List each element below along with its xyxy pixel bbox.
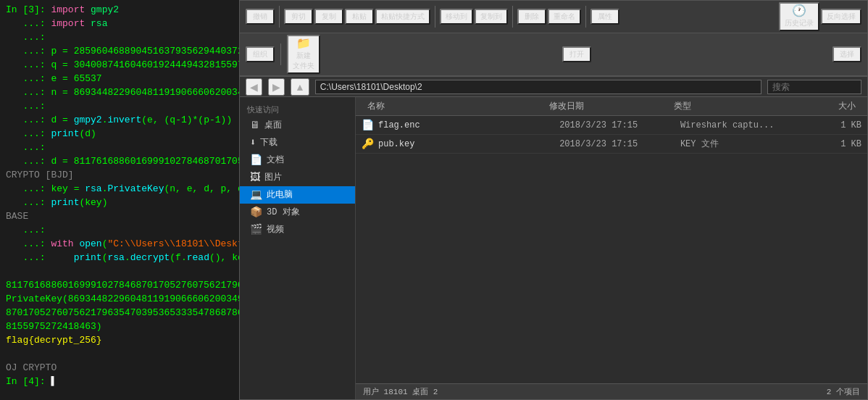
file-type-key: KEY 文件 <box>680 138 801 150</box>
file-size-key: 1 KB <box>801 139 861 149</box>
col-name[interactable]: 名称 <box>362 97 543 115</box>
col-type[interactable]: 类型 <box>668 97 793 115</box>
undo-button[interactable]: 撤销 <box>246 9 275 25</box>
cut-button[interactable]: 剪切 <box>284 9 313 25</box>
documents-icon: 📄 <box>250 154 262 167</box>
select-button[interactable]: 选择 <box>832 46 861 62</box>
file-name-enc: flag.enc <box>378 120 559 130</box>
search-input[interactable] <box>767 80 861 94</box>
quick-access-section: 快速访问 <box>240 100 355 117</box>
nav-downloads[interactable]: ⬇ 下载 <box>240 134 355 151</box>
sep2 <box>435 6 435 28</box>
col-date[interactable]: 修改日期 <box>543 97 669 115</box>
nav-pictures[interactable]: 🖼 图片 <box>240 169 355 186</box>
file-type-enc: Wireshark captu... <box>680 120 801 130</box>
nav-video[interactable]: 🎬 视频 <box>240 221 355 238</box>
back-button[interactable]: ◀ <box>246 78 262 96</box>
nav-desktop[interactable]: 🖥 桌面 <box>240 117 355 134</box>
fe-file-list: 📄 flag.enc 2018/3/23 17:15 Wireshark cap… <box>356 116 867 383</box>
copy-to-button[interactable]: 复制到 <box>475 9 508 25</box>
paste-shortcut-button[interactable]: 粘贴快捷方式 <box>375 9 430 25</box>
file-size-enc: 1 KB <box>801 120 861 130</box>
download-icon: ⬇ <box>250 136 256 149</box>
fe-toolbar: 撤销 剪切 复制 粘贴 粘贴快捷方式 移动到 复制到 删除 重命名 属性 🕐 历… <box>240 1 867 77</box>
properties-button[interactable]: 属性 <box>591 9 619 25</box>
pictures-icon: 🖼 <box>250 171 260 184</box>
fe-main: 快速访问 🖥 桌面 ⬇ 下载 📄 文档 🖼 图片 💻 此电脑 <box>240 97 867 399</box>
col-size[interactable]: 大小 <box>793 97 861 115</box>
copy-button[interactable]: 复制 <box>314 9 343 25</box>
address-bar: ◀ ▶ ▲ <box>240 77 867 97</box>
rename-button[interactable]: 重命名 <box>548 9 581 25</box>
file-explorer: 撤销 剪切 复制 粘贴 粘贴快捷方式 移动到 复制到 删除 重命名 属性 🕐 历… <box>239 0 868 400</box>
file-icon-enc: 📄 <box>362 119 374 131</box>
move-to-button[interactable]: 移动到 <box>440 9 473 25</box>
fe-col-headers: 名称 修改日期 类型 大小 <box>356 97 867 116</box>
fe-leftnav: 快速访问 🖥 桌面 ⬇ 下载 📄 文档 🖼 图片 💻 此电脑 <box>240 97 356 399</box>
sep3 <box>512 6 513 28</box>
file-date-enc: 2018/3/23 17:15 <box>559 120 680 130</box>
nav-3d-objects[interactable]: 📦 3D 对象 <box>240 204 355 221</box>
file-row-flag-enc[interactable]: 📄 flag.enc 2018/3/23 17:15 Wireshark cap… <box>356 116 867 135</box>
nav-this-pc[interactable]: 💻 此电脑 <box>240 186 355 204</box>
nav-documents[interactable]: 📄 文档 <box>240 151 355 169</box>
3d-icon: 📦 <box>250 206 262 219</box>
open-button[interactable]: 打开 <box>562 46 591 62</box>
fe-content: 名称 修改日期 类型 大小 📄 flag.enc 2018/3/23 17:15… <box>356 97 867 399</box>
address-input[interactable] <box>315 80 761 94</box>
fe-status: 用户 18101 桌面 2 2 个项目 <box>356 383 867 399</box>
history-button[interactable]: 🕐 历史记录 <box>779 2 819 31</box>
reverse-select-button[interactable]: 反向选择 <box>821 9 861 25</box>
sep5 <box>280 43 281 65</box>
file-icon-key: 🔑 <box>362 138 374 150</box>
this-pc-icon: 💻 <box>250 188 262 201</box>
video-icon: 🎬 <box>250 223 262 236</box>
desktop-icon: 🖥 <box>250 119 260 132</box>
new-folder-button[interactable]: 📁 新建文件夹 <box>287 35 320 74</box>
up-button[interactable]: ▲ <box>291 78 309 96</box>
forward-button[interactable]: ▶ <box>268 78 285 96</box>
status-text: 用户 18101 桌面 2 <box>363 386 438 397</box>
paste-button[interactable]: 粘贴 <box>345 9 374 25</box>
status-count: 2 个项目 <box>827 386 860 397</box>
file-row-pub-key[interactable]: 🔑 pub.key 2018/3/23 17:15 KEY 文件 1 KB <box>356 135 867 154</box>
organize-button[interactable]: 组织 <box>246 46 275 62</box>
sep4 <box>585 6 586 28</box>
delete-button[interactable]: 删除 <box>517 9 546 25</box>
file-name-key: pub.key <box>378 139 559 149</box>
sep1 <box>279 6 280 28</box>
file-date-key: 2018/3/23 17:15 <box>559 139 680 149</box>
